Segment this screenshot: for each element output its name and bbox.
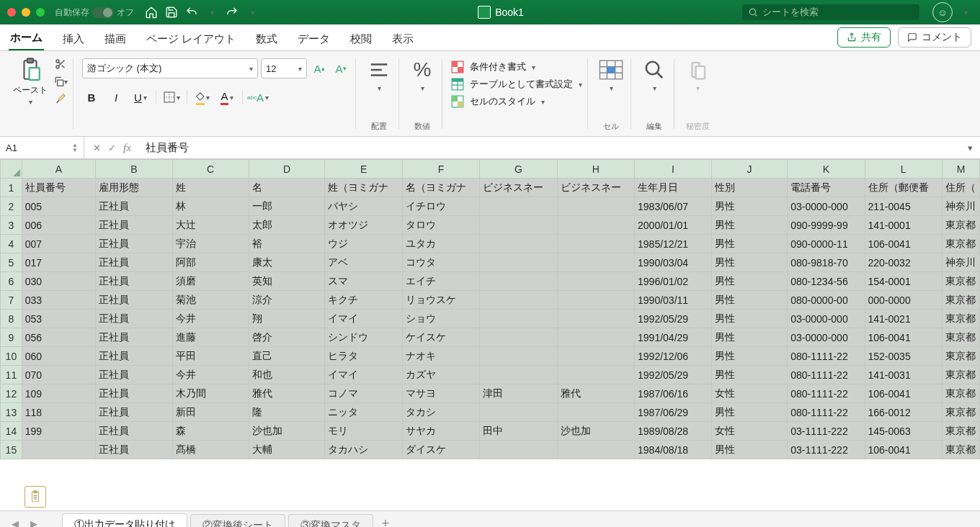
cell[interactable]: コノマ <box>325 384 402 403</box>
col-header[interactable]: E <box>325 160 402 179</box>
cell[interactable]: 070 <box>22 366 96 384</box>
col-header[interactable]: H <box>557 160 634 179</box>
cell[interactable]: 裕 <box>249 235 325 253</box>
font-color-button[interactable]: A▾ <box>218 89 236 106</box>
row-header[interactable]: 13 <box>1 403 22 422</box>
cell[interactable]: 1985/12/21 <box>635 235 712 253</box>
cell[interactable]: 東京都 <box>942 366 979 384</box>
cell[interactable]: 正社員 <box>96 272 172 291</box>
cell[interactable]: 男性 <box>711 441 787 459</box>
cell[interactable]: ビジネスネー <box>557 179 634 197</box>
cell[interactable]: 啓介 <box>249 328 325 347</box>
formula-input[interactable]: 社員番号 <box>140 141 961 155</box>
cell[interactable]: 1992/05/29 <box>635 310 712 328</box>
cell[interactable]: 166-0012 <box>865 403 942 422</box>
cell[interactable]: 住所（郵便番 <box>865 179 942 197</box>
cell[interactable]: 080-9818-70 <box>788 253 865 272</box>
cell[interactable]: エイチ <box>402 272 479 291</box>
cell[interactable]: 姓 <box>172 179 249 197</box>
qat-customize[interactable]: ▾ <box>245 5 259 19</box>
row-header[interactable]: 12 <box>1 384 22 403</box>
cell[interactable] <box>557 366 634 384</box>
tab-view[interactable]: 表示 <box>391 28 415 50</box>
cell[interactable] <box>480 197 557 216</box>
cell[interactable]: 林 <box>172 197 249 216</box>
cell[interactable]: バヤシ <box>325 197 402 216</box>
sheet-tab-1[interactable]: ①出力データ貼り付け <box>62 513 187 527</box>
cell[interactable]: 1992/12/06 <box>635 347 712 366</box>
tab-home[interactable]: ホーム <box>9 27 44 50</box>
cell[interactable]: 正社員 <box>96 366 172 384</box>
close-window-button[interactable] <box>7 8 16 17</box>
cell[interactable]: 平田 <box>172 347 249 366</box>
sheet-search[interactable]: シートを検索 <box>742 4 919 20</box>
paste-options-button[interactable] <box>24 486 46 508</box>
phonetic-button[interactable]: abcA▾ <box>249 89 267 106</box>
cell[interactable]: 080-1111-22 <box>788 384 865 403</box>
row-header[interactable]: 8 <box>1 310 22 328</box>
cell[interactable]: 太郎 <box>249 216 325 235</box>
cell[interactable]: タカハシ <box>325 441 402 459</box>
cell[interactable] <box>480 310 557 328</box>
cell[interactable]: 男性 <box>711 403 787 422</box>
cell[interactable] <box>480 347 557 366</box>
cell[interactable]: 男性 <box>711 310 787 328</box>
cell[interactable]: 03-1111-222 <box>788 441 865 459</box>
cell[interactable]: 056 <box>22 328 96 347</box>
cell[interactable]: 1987/06/29 <box>635 403 712 422</box>
cell[interactable] <box>557 441 634 459</box>
cell[interactable] <box>480 272 557 291</box>
sheet-nav-next[interactable]: ▶ <box>26 515 42 527</box>
row-header[interactable]: 10 <box>1 347 22 366</box>
cell[interactable]: 男性 <box>711 366 787 384</box>
cell[interactable]: 145-0063 <box>865 422 942 441</box>
cell[interactable] <box>557 403 634 422</box>
cell[interactable]: シンドウ <box>325 328 402 347</box>
cell[interactable]: タカシ <box>402 403 479 422</box>
cell[interactable]: 106-0041 <box>865 235 942 253</box>
tab-page-layout[interactable]: ページ レイアウト <box>145 28 237 50</box>
cell[interactable]: 英知 <box>249 272 325 291</box>
cell[interactable]: 090-0000-11 <box>788 235 865 253</box>
row-header[interactable]: 5 <box>1 253 22 272</box>
redo-icon[interactable] <box>225 5 239 19</box>
cell-styles-button[interactable]: セルのスタイル▾ <box>451 95 582 108</box>
cell[interactable]: 1984/08/18 <box>635 441 712 459</box>
col-header[interactable]: G <box>480 160 557 179</box>
cell[interactable]: 阿部 <box>172 253 249 272</box>
cell[interactable]: 電話番号 <box>788 179 865 197</box>
cell[interactable]: 109 <box>22 384 96 403</box>
cell[interactable]: モリ <box>325 422 402 441</box>
home-icon[interactable] <box>144 5 159 19</box>
cancel-formula-button[interactable]: ✕ <box>93 143 101 153</box>
sensitivity-button[interactable]: ▾ <box>683 55 712 94</box>
cell[interactable]: 017 <box>22 253 96 272</box>
cell[interactable]: 宇治 <box>172 235 249 253</box>
cell[interactable]: 141-0031 <box>865 366 942 384</box>
fill-color-button[interactable]: ◇▾ <box>193 89 212 106</box>
cell[interactable]: 正社員 <box>96 197 172 216</box>
cell[interactable]: 進藤 <box>172 328 249 347</box>
cell[interactable]: 118 <box>22 403 96 422</box>
cell[interactable]: 東京都 <box>942 291 979 310</box>
cell[interactable]: オオツジ <box>325 216 402 235</box>
enter-formula-button[interactable]: ✓ <box>108 143 116 153</box>
autosave-toggle[interactable]: 自動保存 オフ <box>55 6 134 19</box>
cell[interactable]: ダイスケ <box>402 441 479 459</box>
font-size-select[interactable]: 12▾ <box>261 58 307 78</box>
cell[interactable]: 141-0021 <box>865 310 942 328</box>
cell[interactable]: 正社員 <box>96 384 172 403</box>
col-header[interactable]: I <box>635 160 712 179</box>
alignment-button[interactable]: ▾ <box>365 55 393 94</box>
row-header[interactable]: 4 <box>1 235 22 253</box>
cell[interactable] <box>557 235 634 253</box>
col-header[interactable]: C <box>172 160 249 179</box>
cell[interactable]: 080-1111-22 <box>788 347 865 366</box>
formula-expand[interactable]: ▾ <box>961 143 980 153</box>
cell[interactable]: 106-0041 <box>865 328 942 347</box>
copy-button[interactable]: ▾ <box>53 74 68 89</box>
cell[interactable]: 菊池 <box>172 291 249 310</box>
cell[interactable]: 080-0000-00 <box>788 291 865 310</box>
col-header[interactable]: J <box>711 160 787 179</box>
tab-formulas[interactable]: 数式 <box>254 28 279 50</box>
